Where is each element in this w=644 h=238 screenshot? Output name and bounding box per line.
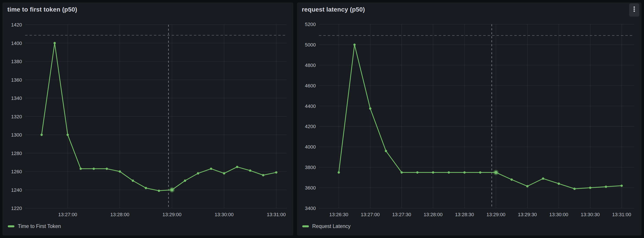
svg-text:1300: 1300 bbox=[11, 132, 22, 138]
ttft-chart-canvas[interactable]: 13:27:0013:28:0013:29:0013:30:0013:31:00… bbox=[3, 3, 293, 235]
svg-text:3800: 3800 bbox=[305, 165, 316, 170]
panel-time-to-first-token: time to first token (p50) 13:27:0013:28:… bbox=[3, 3, 293, 235]
legend-item-ttft[interactable]: Time to First Token bbox=[8, 223, 61, 229]
svg-text:1340: 1340 bbox=[11, 95, 22, 101]
svg-text:1380: 1380 bbox=[11, 59, 22, 64]
svg-text:13:29:30: 13:29:30 bbox=[518, 212, 537, 217]
kebab-vertical-icon bbox=[633, 6, 636, 15]
svg-text:1420: 1420 bbox=[11, 22, 22, 28]
svg-text:1280: 1280 bbox=[11, 151, 22, 156]
panel-title-latency[interactable]: request latency (p50) bbox=[302, 6, 365, 13]
svg-text:4000: 4000 bbox=[305, 144, 316, 150]
svg-text:3400: 3400 bbox=[305, 205, 316, 211]
svg-text:13:26:30: 13:26:30 bbox=[329, 212, 348, 217]
svg-text:4600: 4600 bbox=[305, 83, 316, 88]
svg-text:13:27:00: 13:27:00 bbox=[58, 212, 77, 217]
svg-text:5200: 5200 bbox=[305, 22, 316, 27]
legend-label-ttft: Time to First Token bbox=[18, 223, 61, 229]
panel-request-latency: request latency (p50) 13:26:3013:27:0013… bbox=[297, 3, 641, 235]
svg-text:13:29:00: 13:29:00 bbox=[162, 212, 182, 217]
panel-header: request latency (p50) bbox=[302, 6, 626, 14]
svg-text:13:30:00: 13:30:00 bbox=[214, 212, 234, 217]
svg-text:5000: 5000 bbox=[305, 42, 316, 48]
svg-text:1240: 1240 bbox=[11, 187, 22, 193]
svg-text:13:28:00: 13:28:00 bbox=[424, 212, 442, 217]
svg-text:1400: 1400 bbox=[11, 41, 22, 46]
panel-title-ttft[interactable]: time to first token (p50) bbox=[7, 6, 77, 13]
svg-text:1360: 1360 bbox=[11, 77, 22, 83]
svg-text:13:31:00: 13:31:00 bbox=[612, 212, 631, 217]
svg-text:4400: 4400 bbox=[305, 103, 316, 109]
svg-text:4200: 4200 bbox=[305, 124, 316, 129]
series-color-swatch bbox=[302, 225, 309, 227]
legend-label-latency: Request Latency bbox=[312, 223, 351, 229]
svg-text:13:30:00: 13:30:00 bbox=[549, 212, 568, 217]
svg-text:13:28:30: 13:28:30 bbox=[455, 212, 474, 217]
svg-text:3600: 3600 bbox=[305, 185, 316, 191]
svg-text:13:30:30: 13:30:30 bbox=[581, 212, 600, 217]
svg-text:13:31:00: 13:31:00 bbox=[267, 212, 286, 217]
svg-text:13:29:00: 13:29:00 bbox=[486, 212, 506, 217]
svg-text:1220: 1220 bbox=[11, 205, 22, 211]
svg-text:13:27:30: 13:27:30 bbox=[392, 212, 411, 217]
svg-text:1320: 1320 bbox=[11, 114, 22, 120]
series-color-swatch bbox=[8, 225, 14, 227]
panel-menu-button[interactable] bbox=[629, 3, 639, 17]
legend-item-latency[interactable]: Request Latency bbox=[302, 223, 351, 229]
svg-text:4800: 4800 bbox=[305, 62, 316, 68]
svg-text:13:28:00: 13:28:00 bbox=[110, 212, 130, 217]
svg-text:13:27:00: 13:27:00 bbox=[361, 212, 380, 217]
panel-header: time to first token (p50) bbox=[7, 6, 277, 14]
latency-chart-canvas[interactable]: 13:26:3013:27:0013:27:3013:28:0013:28:30… bbox=[297, 3, 641, 235]
svg-text:1260: 1260 bbox=[11, 169, 22, 174]
